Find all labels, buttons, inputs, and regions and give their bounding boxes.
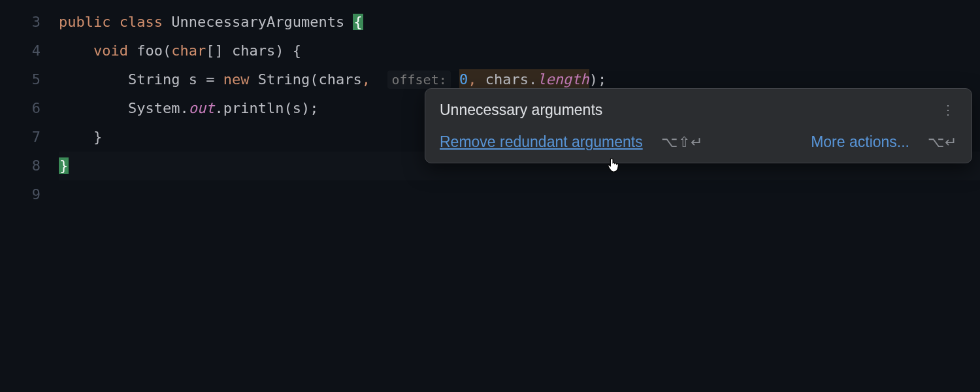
line-number: 9: [0, 180, 41, 209]
line-number: 5: [0, 65, 41, 94]
brace-close: }: [59, 157, 69, 174]
var-name: s: [189, 71, 197, 88]
brace-close: }: [93, 129, 102, 145]
quickfix-shortcut: ⌥⇧↵: [661, 134, 703, 151]
brace-open: {: [353, 14, 363, 30]
type-string: String: [128, 71, 180, 88]
method-name: foo: [137, 42, 163, 59]
inspection-popup: Unnecessary arguments ⋮ Remove redundant…: [425, 88, 972, 163]
highlighted-args: 0, chars.length: [459, 69, 589, 90]
code-line[interactable]: public class UnnecessaryArguments {: [59, 8, 980, 37]
keyword-class: class: [120, 14, 163, 30]
more-menu-icon[interactable]: ⋮: [939, 101, 957, 119]
inlay-hint-offset: offset:: [387, 71, 450, 89]
line-number: 4: [0, 37, 41, 65]
popup-actions-row: Remove redundant arguments ⌥⇧↵ More acti…: [440, 133, 957, 151]
keyword-public: public: [59, 14, 110, 30]
line-number: 8: [0, 152, 41, 180]
literal-zero: 0: [459, 71, 468, 88]
keyword-char: char: [171, 42, 206, 59]
keyword-void: void: [93, 42, 128, 59]
field-out: out: [189, 100, 215, 116]
code-area[interactable]: public class UnnecessaryArguments { void…: [59, 0, 980, 392]
gutter: 3 4 5 6 7 8 9: [0, 0, 59, 392]
more-actions-shortcut: ⌥↵: [928, 134, 957, 151]
quickfix-link[interactable]: Remove redundant arguments: [440, 133, 643, 151]
param-name: chars: [232, 42, 275, 59]
line-number: 3: [0, 8, 41, 37]
arg-chars: chars: [485, 71, 529, 88]
class-system: System: [128, 100, 180, 116]
constructor-name: String: [258, 71, 310, 88]
keyword-new: new: [223, 71, 250, 88]
line-number: 6: [0, 94, 41, 123]
code-editor: 3 4 5 6 7 8 9 public class UnnecessaryAr…: [0, 0, 980, 392]
line-number: 7: [0, 123, 41, 152]
class-name: UnnecessaryArguments: [171, 14, 344, 30]
code-line[interactable]: [59, 180, 980, 209]
popup-title: Unnecessary arguments: [440, 101, 602, 119]
code-line[interactable]: void foo(char[] chars) {: [59, 37, 980, 65]
arg-chars: chars: [318, 71, 361, 88]
field-length: length: [537, 71, 589, 88]
method-println: println: [223, 100, 284, 116]
popup-header: Unnecessary arguments ⋮: [440, 101, 957, 119]
more-actions-link[interactable]: More actions...: [811, 133, 909, 151]
